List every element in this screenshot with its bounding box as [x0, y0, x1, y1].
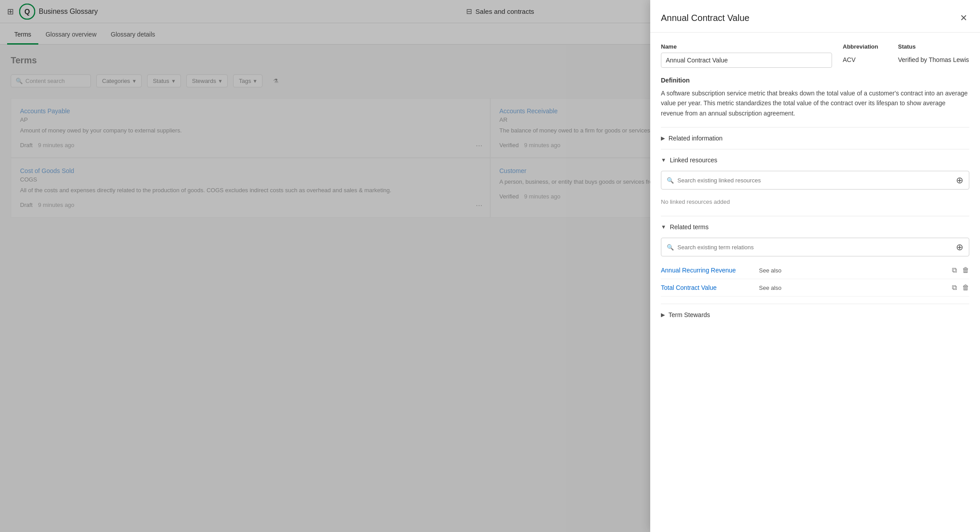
- chevron-right-icon: ▶: [661, 135, 665, 141]
- term-stewards-label: Term Stewards: [668, 311, 710, 318]
- abbreviation-field-group: Abbreviation ACV: [843, 43, 887, 63]
- add-related-term-button[interactable]: ⊕: [956, 242, 964, 252]
- related-terms-search-input[interactable]: [677, 244, 952, 251]
- abbreviation-value: ACV: [843, 53, 887, 63]
- panel-title: Annual Contract Value: [661, 13, 750, 23]
- related-term-link[interactable]: Annual Recurring Revenue: [661, 267, 759, 274]
- side-panel: Annual Contract Value ✕ Name Abbreviatio…: [650, 0, 980, 532]
- related-info-section: ▶ Related information: [661, 127, 969, 149]
- related-terms-header[interactable]: ▼ Related terms: [661, 216, 969, 238]
- related-info-header[interactable]: ▶ Related information: [661, 128, 969, 149]
- related-term-actions: ⧉ 🗑: [952, 266, 969, 274]
- definition-section: Definition A software subscription servi…: [661, 77, 969, 118]
- related-term-type: See also: [759, 285, 952, 291]
- search-icon: 🔍: [667, 177, 674, 184]
- name-input[interactable]: [661, 53, 832, 68]
- definition-label: Definition: [661, 77, 969, 84]
- delete-term-button[interactable]: 🗑: [962, 266, 969, 274]
- search-icon: 🔍: [667, 244, 674, 251]
- fields-row: Name Abbreviation ACV Status Verified by…: [661, 43, 969, 68]
- abbreviation-label: Abbreviation: [843, 43, 887, 50]
- panel-close-button[interactable]: ✕: [958, 11, 969, 25]
- related-term-row: Total Contract Value See also ⧉ 🗑: [661, 279, 969, 297]
- related-term-link[interactable]: Total Contract Value: [661, 284, 759, 291]
- linked-resources-label: Linked resources: [670, 157, 718, 164]
- copy-term-button[interactable]: ⧉: [952, 284, 957, 292]
- linked-resources-content: 🔍 ⊕ No linked resources added: [661, 171, 969, 216]
- definition-text: A software subscription service metric t…: [661, 88, 969, 118]
- panel-body: Name Abbreviation ACV Status Verified by…: [650, 33, 980, 532]
- name-field-group: Name: [661, 43, 832, 68]
- related-terms-content: 🔍 ⊕ Annual Recurring Revenue See also ⧉ …: [661, 238, 969, 304]
- no-resources-text: No linked resources added: [661, 195, 969, 209]
- linked-resources-header[interactable]: ▼ Linked resources: [661, 149, 969, 171]
- term-stewards-section: ▶ Term Stewards: [661, 304, 969, 326]
- chevron-down-icon: ▼: [661, 224, 666, 230]
- linked-resources-search-wrap: 🔍 ⊕: [661, 171, 969, 190]
- delete-term-button[interactable]: 🗑: [962, 284, 969, 292]
- panel-header: Annual Contract Value ✕: [650, 0, 980, 33]
- linked-resources-section: ▼ Linked resources 🔍 ⊕ No linked resourc…: [661, 149, 969, 216]
- related-terms-section: ▼ Related terms 🔍 ⊕ Annual Recurring Rev…: [661, 216, 969, 304]
- related-term-row: Annual Recurring Revenue See also ⧉ 🗑: [661, 262, 969, 279]
- status-value: Verified by Thomas Lewis: [898, 53, 969, 63]
- name-label: Name: [661, 43, 832, 50]
- copy-term-button[interactable]: ⧉: [952, 266, 957, 274]
- status-field-group: Status Verified by Thomas Lewis: [898, 43, 969, 63]
- chevron-right-icon: ▶: [661, 312, 665, 318]
- term-stewards-header[interactable]: ▶ Term Stewards: [661, 304, 969, 326]
- related-terms-label: Related terms: [670, 223, 709, 231]
- related-term-actions: ⧉ 🗑: [952, 284, 969, 292]
- status-label: Status: [898, 43, 969, 50]
- related-term-type: See also: [759, 267, 952, 274]
- related-terms-search-wrap: 🔍 ⊕: [661, 238, 969, 256]
- related-info-label: Related information: [668, 135, 722, 142]
- linked-resources-search-input[interactable]: [677, 177, 952, 184]
- chevron-down-icon: ▼: [661, 157, 666, 163]
- add-linked-resource-button[interactable]: ⊕: [956, 175, 964, 186]
